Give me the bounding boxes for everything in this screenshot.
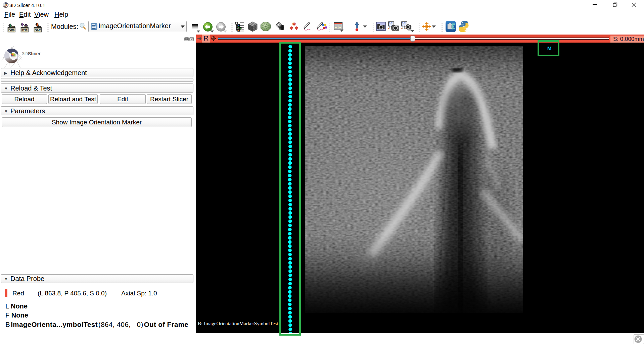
svg-text:DCM: DCM [22,28,27,32]
svg-text:✱: ✱ [294,25,298,31]
svg-text:SAVE: SAVE [35,28,41,32]
svg-text:✱: ✱ [289,25,293,31]
svg-text:DATA: DATA [9,28,15,32]
